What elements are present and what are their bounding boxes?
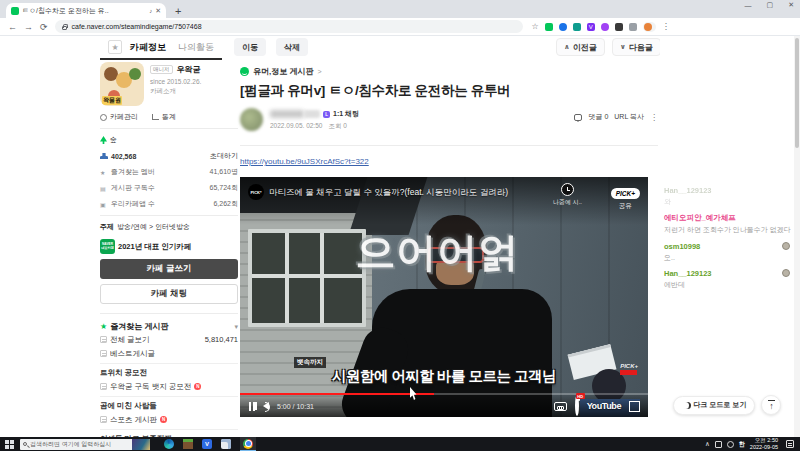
gear-icon	[100, 114, 107, 121]
board-subscribe-icon: ▤	[100, 185, 108, 192]
member-count: 402,568	[111, 153, 136, 160]
sidebar-board-best-posts[interactable]: 베스트게시글	[100, 347, 238, 360]
sidebar-board-sports[interactable]: 스포츠 게시판 N	[100, 413, 238, 426]
new-tab-button[interactable]: +	[175, 4, 181, 18]
extension-icon-v[interactable]: V	[587, 23, 595, 31]
moon-icon	[682, 402, 689, 409]
reload-button[interactable]: ⟳	[40, 22, 48, 32]
extensions-puzzle-icon[interactable]	[629, 23, 637, 31]
tab-my-activity[interactable]: 나의활동	[178, 41, 214, 54]
pick-channel-logo[interactable]: PICK*	[248, 184, 264, 200]
taskbar-clock[interactable]: 오전 2:50 2022-09-05	[750, 437, 778, 450]
minecraft-app-icon[interactable]	[183, 439, 193, 449]
tab-cafe-info[interactable]: 카페정보	[130, 41, 166, 54]
comment-count[interactable]: 댓글 0	[588, 112, 608, 122]
browser-menu-icon[interactable]: ⋮	[662, 22, 670, 31]
invite-link[interactable]: 초대하기	[210, 151, 238, 161]
watermark-badge	[620, 370, 637, 375]
watch-later-button[interactable]: 나중에 시..	[553, 183, 582, 207]
cafe-logo-image[interactable]: 왁물원	[100, 62, 144, 106]
bookmark-star-icon[interactable]: ☆	[532, 22, 539, 31]
tab-close-icon[interactable]: ✕	[155, 7, 161, 15]
star-icon: ★	[100, 169, 108, 176]
korean-ime-indicator[interactable]: 한	[739, 440, 745, 449]
sidebar-board-twitch-contest[interactable]: 트위치 공모전	[100, 363, 238, 379]
post-board-link[interactable]: 유머,정보 게시판	[253, 66, 313, 77]
back-button[interactable]: ←	[8, 22, 17, 32]
action-center-icon[interactable]	[786, 440, 794, 448]
extension-icon-naver[interactable]	[545, 23, 553, 31]
forward-button[interactable]: →	[24, 22, 33, 32]
url-copy-button[interactable]: URL 복사	[614, 112, 644, 122]
post-more-icon[interactable]: ⋮	[650, 113, 658, 122]
chart-icon	[152, 114, 159, 120]
site-security-icon[interactable]	[62, 26, 67, 30]
chat-message: Han__129123 에반데	[664, 269, 792, 289]
captions-icon[interactable]	[554, 402, 567, 411]
dark-mode-button[interactable]: 다크 모드로 보기	[673, 396, 756, 415]
tray-icon-1[interactable]	[715, 441, 722, 448]
stream-chat-panel: Han__129123 와 에티오피안_예가체프 저런거 하면 조회수가 안나올…	[660, 36, 794, 437]
next-post-button[interactable]: ∨ 다음글	[612, 38, 661, 56]
browser-profile-chip[interactable]	[643, 22, 656, 32]
youtube-link[interactable]: https://youtu.be/9uJSXrcAfSc?t=322	[240, 157, 369, 166]
favorite-boards-header[interactable]: ★ 즐겨찾는 게시판 ▾	[100, 313, 238, 332]
taskbar-search-input[interactable]: 검색하려면 여기에 입력하십시	[20, 439, 150, 450]
document-app-icon[interactable]	[221, 439, 231, 449]
chrome-app-active[interactable]	[240, 437, 256, 451]
delete-post-button[interactable]: 삭제	[276, 38, 308, 56]
browser-tab[interactable]: ㅌㅇ/침수차로 운전하는 유.. ♪ ✕	[6, 3, 166, 18]
cafe-chat-button[interactable]: 카페 채팅	[100, 284, 238, 304]
divider	[100, 128, 238, 129]
sidebar-board-all-posts[interactable]: 전체 글보기 5,810,471	[100, 333, 238, 346]
cafe-intro-link[interactable]: 카페소개	[150, 87, 201, 96]
board-icon	[100, 383, 107, 390]
extension-icon-teal[interactable]	[573, 23, 581, 31]
cafe-write-button[interactable]: 카페 글쓰기	[100, 259, 238, 279]
extension-icon-purple[interactable]	[601, 23, 609, 31]
extension-icon-blue[interactable]	[559, 23, 567, 31]
window-close-button[interactable]: ✕	[788, 1, 794, 9]
sidebar-board-subscribe-badge-contest[interactable]: 우왁굳 구독 뱃지 공모전 N	[100, 380, 238, 393]
topic-path[interactable]: 방송/연예 > 인터넷방송	[117, 222, 190, 232]
settings-gear-icon[interactable]: HD	[575, 397, 579, 415]
previous-post-button[interactable]: ∧ 이전글	[556, 38, 605, 56]
edge-app-icon[interactable]	[164, 439, 174, 449]
topic-label: 주제	[100, 222, 114, 232]
extension-icon-dark[interactable]	[615, 23, 623, 31]
green-star-icon: ★	[100, 322, 107, 331]
scrollbar-thumb[interactable]	[795, 38, 799, 148]
video-caption: 시원함에 어찌할 바를 모르는 고객님	[240, 367, 648, 386]
sidebar-board-bear-people[interactable]: 곰에 미친 사람들	[100, 396, 238, 412]
window-minimize-button[interactable]: —	[745, 2, 752, 9]
cafe-level-tree-icon	[100, 136, 107, 144]
app-icon: ▣	[100, 201, 108, 208]
windows-start-button[interactable]	[5, 440, 14, 449]
naver-award-badge: NAVER대표카페	[100, 239, 115, 254]
window-maximize-button[interactable]: ▢	[767, 1, 774, 9]
youtube-player[interactable]: 으어어얽 PICK* 마티즈에 물 채우고 달릴 수 있을까?(feat. 시동…	[240, 177, 648, 417]
author-avatar[interactable]	[240, 108, 263, 131]
fullscreen-icon[interactable]	[629, 401, 639, 411]
page-scrollbar[interactable]	[794, 36, 800, 437]
divider	[100, 215, 238, 216]
share-button[interactable]: PICK+ 공유	[611, 182, 640, 211]
browser-address-bar: ← → ⟳ cafe.naver.com/steamindiegame/7507…	[0, 18, 800, 36]
post-main: 유머,정보 게시판 > [펌글과 유머v] ㅌㅇ/침수차로 운전하는 유투버 L…	[240, 60, 658, 417]
cafe-favorite-star-button[interactable]: ★	[108, 40, 122, 54]
video-title[interactable]: 마티즈에 물 채우고 달릴 수 있을까?(feat. 시동만이라도 걸려라)	[269, 187, 508, 199]
caret-down-icon[interactable]: ▾	[234, 323, 238, 331]
cafe-manage-link[interactable]: 카페관리	[110, 112, 138, 122]
v-app-icon[interactable]: V	[202, 439, 212, 449]
url-input[interactable]: cafe.naver.com/steamindiegame/7507468	[55, 20, 523, 33]
one-to-one-chat-button[interactable]: 1:1 채팅	[333, 109, 359, 119]
youtube-logo[interactable]: YouTube	[587, 401, 621, 411]
manager-name[interactable]: 우왁굳	[176, 65, 200, 74]
move-post-button[interactable]: 이동	[234, 38, 266, 56]
cafe-stats-link[interactable]: 통계	[162, 112, 176, 122]
scroll-to-top-button[interactable]: ↑	[761, 395, 781, 415]
hidden-icons-caret[interactable]: ∧	[705, 440, 710, 448]
author-name-blurred[interactable]	[270, 110, 304, 118]
tray-icon-2[interactable]	[727, 441, 734, 448]
volume-icon[interactable]	[263, 402, 269, 410]
